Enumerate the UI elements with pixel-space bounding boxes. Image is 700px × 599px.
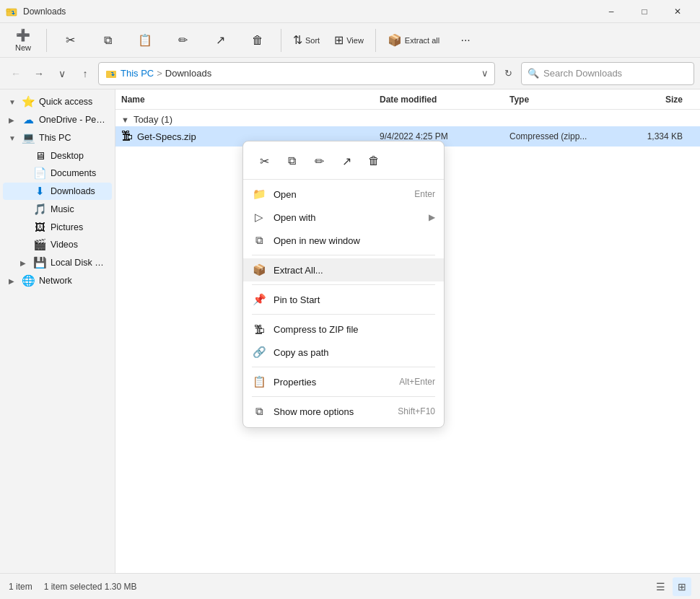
column-size[interactable]: Size	[625, 95, 683, 105]
search-icon: 🔍	[528, 68, 539, 79]
ctx-more-icon: ⧉	[252, 404, 266, 419]
search-box[interactable]: 🔍	[521, 62, 694, 85]
path-dropdown-icon[interactable]: ∨	[481, 68, 489, 79]
maximize-button[interactable]: □	[628, 0, 661, 23]
sort-icon: ⇅	[293, 33, 302, 47]
ctx-item-open[interactable]: 📁 Open Enter	[243, 183, 444, 206]
ctx-rename-button[interactable]: ✏	[307, 149, 331, 173]
paste-button[interactable]: 📋	[128, 26, 162, 55]
ctx-properties-label: Properties	[274, 377, 392, 388]
details-view-button[interactable]: ⊞	[673, 577, 691, 596]
sidebar-item-onedrive[interactable]: ▶ ☁ OneDrive - Personal	[3, 111, 112, 128]
more-icon: ···	[460, 34, 470, 47]
ctx-cut-button[interactable]: ✂	[252, 149, 276, 173]
sort-label: Sort	[305, 36, 320, 45]
ctx-item-open-with[interactable]: ▷ Open with ▶	[243, 206, 444, 229]
column-date-modified[interactable]: Date modified	[380, 95, 509, 105]
local-disk-icon: 💾	[33, 256, 46, 269]
ctx-copy-button[interactable]: ⧉	[279, 149, 304, 173]
ctx-item-copy-as-path[interactable]: 🔗 Copy as path	[243, 341, 444, 364]
extract-icon: 📦	[388, 33, 402, 47]
close-button[interactable]: ✕	[661, 0, 694, 23]
sidebar-item-desktop[interactable]: 🖥 Desktop	[3, 147, 112, 164]
sidebar: ▼ ⭐ Quick access ▶ ☁ OneDrive - Personal…	[0, 89, 115, 573]
ctx-item-extract-all[interactable]: 📦 Extract All...	[243, 258, 444, 281]
column-headers: Name Date modified Type Size	[115, 89, 700, 110]
ctx-separator-1	[252, 255, 435, 255]
more-button[interactable]: ···	[448, 26, 483, 55]
sidebar-item-music[interactable]: 🎵 Music	[3, 201, 112, 218]
sidebar-item-label-music: Music	[51, 204, 106, 214]
ctx-item-pin-to-start[interactable]: 📌 Pin to Start	[243, 288, 444, 311]
context-toolbar: ✂ ⧉ ✏ ↗ 🗑	[243, 146, 444, 180]
minimize-button[interactable]: –	[595, 0, 628, 23]
ctx-open-with-label: Open with	[274, 212, 421, 223]
extract-all-button[interactable]: 📦 Extract all	[382, 26, 445, 55]
recent-button[interactable]: ∨	[52, 64, 72, 84]
ctx-compress-icon: 🗜	[252, 322, 266, 336]
onedrive-expand-icon: ▶	[9, 116, 17, 124]
ctx-copy-path-icon: 🔗	[252, 345, 266, 359]
ctx-separator-2	[252, 284, 435, 285]
onedrive-icon: ☁	[22, 113, 35, 126]
sidebar-item-label-downloads: Downloads	[51, 186, 106, 196]
sidebar-item-local-disk[interactable]: ▶ 💾 Local Disk (C:)	[3, 254, 112, 271]
back-button[interactable]: ←	[6, 64, 26, 84]
status-left: 1 item 1 item selected 1.30 MB	[9, 582, 136, 592]
group-collapse-icon[interactable]: ▼	[121, 115, 129, 124]
title-bar: Downloads – □ ✕	[0, 0, 700, 23]
context-menu: ✂ ⧉ ✏ ↗ 🗑 📁 Open Enter ▷ Open with ▶ ⧉ O…	[242, 141, 445, 428]
path-thispc[interactable]: This PC	[121, 68, 154, 79]
ctx-properties-shortcut: Alt+Enter	[399, 377, 435, 387]
address-bar: ← → ∨ ↑ This PC > Downloads ∨ ↻ 🔍	[0, 58, 700, 89]
rename-button[interactable]: ✏	[165, 26, 200, 55]
sidebar-item-videos[interactable]: 🎬 Videos	[3, 236, 112, 253]
ctx-more-label: Show more options	[274, 406, 390, 417]
ctx-item-show-more[interactable]: ⧉ Show more options Shift+F10	[243, 400, 444, 423]
file-date-get-specs: 9/4/2022 4:25 PM	[380, 131, 509, 141]
ctx-compress-label: Compress to ZIP file	[274, 324, 435, 335]
sidebar-item-label-local-disk: Local Disk (C:)	[51, 258, 106, 268]
this-pc-icon: 💻	[22, 131, 35, 144]
quick-access-icon: ⭐	[22, 95, 35, 108]
ctx-item-open-new-window[interactable]: ⧉ Open in new window	[243, 229, 444, 252]
ctx-open-with-icon: ▷	[252, 210, 266, 224]
sidebar-item-label-onedrive: OneDrive - Personal	[39, 115, 106, 125]
refresh-button[interactable]: ↻	[498, 64, 518, 84]
column-type[interactable]: Type	[509, 95, 625, 105]
share-button[interactable]: ↗	[203, 26, 237, 55]
status-bar: 1 item 1 item selected 1.30 MB ☰ ⊞	[0, 573, 700, 599]
sidebar-item-downloads[interactable]: ⬇ Downloads	[3, 183, 112, 200]
path-downloads-icon	[105, 67, 118, 80]
list-view-button[interactable]: ☰	[651, 577, 670, 596]
ctx-item-compress-zip[interactable]: 🗜 Compress to ZIP file	[243, 318, 444, 341]
sidebar-item-network[interactable]: ▶ 🌐 Network	[3, 272, 112, 289]
new-button[interactable]: ➕ New	[6, 26, 40, 55]
cut-button[interactable]: ✂	[53, 26, 87, 55]
sidebar-item-quick-access[interactable]: ▼ ⭐ Quick access	[3, 93, 112, 110]
ctx-new-window-icon: ⧉	[252, 233, 266, 248]
cut-icon: ✂	[66, 33, 75, 47]
up-button[interactable]: ↑	[75, 64, 95, 84]
ctx-share-button[interactable]: ↗	[334, 149, 359, 173]
sidebar-item-this-pc[interactable]: ▼ 💻 This PC	[3, 129, 112, 147]
file-type-get-specs: Compressed (zipp...	[509, 131, 625, 141]
delete-button[interactable]: 🗑	[240, 26, 275, 55]
sort-button[interactable]: ⇅ Sort	[287, 26, 325, 55]
window-title: Downloads	[23, 6, 66, 17]
ctx-extract-label: Extract All...	[274, 265, 435, 276]
ctx-item-properties[interactable]: 📋 Properties Alt+Enter	[243, 370, 444, 393]
sidebar-item-pictures[interactable]: 🖼 Pictures	[3, 219, 112, 235]
forward-button[interactable]: →	[29, 64, 49, 84]
ctx-open-shortcut: Enter	[414, 189, 435, 199]
view-icon: ⊞	[334, 33, 344, 47]
copy-button[interactable]: ⧉	[90, 26, 125, 55]
ctx-delete-button[interactable]: 🗑	[362, 149, 386, 173]
sidebar-item-documents[interactable]: 📄 Documents	[3, 165, 112, 182]
column-name[interactable]: Name	[121, 95, 380, 105]
desktop-icon: 🖥	[33, 149, 46, 162]
view-button[interactable]: ⊞ View	[328, 26, 369, 55]
address-path[interactable]: This PC > Downloads ∨	[98, 62, 495, 85]
search-input[interactable]	[543, 68, 688, 79]
ctx-separator-3	[252, 314, 435, 315]
